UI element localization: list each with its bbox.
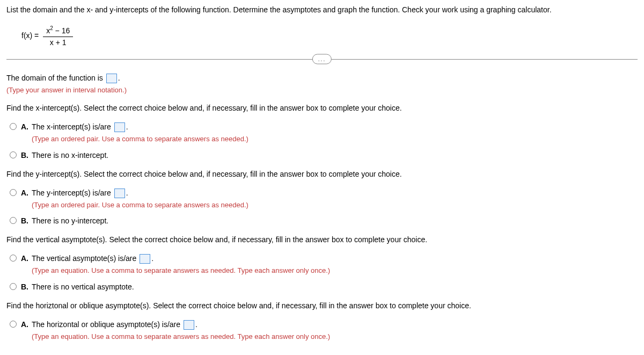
hasym-a-input[interactable]	[184, 320, 194, 330]
xint-label-a: A.	[21, 121, 28, 133]
equation-numerator: x2 − 16	[43, 24, 73, 37]
domain-input[interactable]	[106, 74, 117, 83]
hasym-a-hint: (Type an equation. Use a comma to separa…	[32, 331, 638, 342]
xint-choice-a: A. The x-intercept(s) is/are . (Type an …	[10, 121, 638, 144]
yint-label-b: B.	[21, 215, 28, 227]
yint-radio-a[interactable]	[10, 189, 17, 196]
vasym-label-a: A.	[21, 253, 28, 264]
vasym-choices: A. The vertical asymptote(s) is/are . (T…	[10, 253, 638, 293]
equation: f(x) = x2 − 16 x + 1	[21, 24, 638, 48]
yint-b-text: There is no y-intercept.	[32, 215, 638, 227]
hasym-choices: A. The horizontal or oblique asymptote(s…	[10, 319, 638, 342]
equation-denominator: x + 1	[43, 37, 73, 48]
vasym-choice-a: A. The vertical asymptote(s) is/are . (T…	[10, 253, 638, 276]
vasym-choice-b: B. There is no vertical asymptote.	[10, 281, 638, 293]
hasym-radio-a[interactable]	[10, 321, 17, 328]
equation-lhs: f(x) =	[21, 31, 39, 40]
yint-label-a: A.	[21, 187, 28, 199]
hasym-a-text-a: The horizontal or oblique asymptote(s) i…	[32, 320, 182, 329]
vasym-b-text: There is no vertical asymptote.	[32, 281, 638, 293]
vasym-a-input[interactable]	[140, 254, 150, 264]
vasym-prompt: Find the vertical asymptote(s). Select t…	[6, 234, 638, 245]
question-text: List the domain and the x- and y-interce…	[6, 4, 638, 16]
vasym-label-b: B.	[21, 281, 28, 293]
expand-pill[interactable]: ...	[312, 54, 332, 64]
xint-choice-b: B. There is no x-intercept.	[10, 150, 638, 161]
hasym-prompt: Find the horiztonal or oblique asymptote…	[6, 300, 638, 311]
vasym-a-hint: (Type an equation. Use a comma to separa…	[32, 265, 638, 276]
xint-b-text: There is no x-intercept.	[32, 150, 638, 161]
hasym-a-text-b: .	[195, 320, 197, 329]
xint-radio-b[interactable]	[10, 151, 17, 158]
yint-radio-b[interactable]	[10, 217, 17, 224]
domain-section: The domain of the function is . (Type yo…	[6, 73, 638, 96]
equation-fraction: x2 − 16 x + 1	[43, 24, 73, 48]
domain-hint: (Type your answer in interval notation.)	[6, 85, 638, 96]
yint-a-hint: (Type an ordered pair. Use a comma to se…	[32, 200, 638, 211]
xint-radio-a[interactable]	[10, 123, 17, 130]
yint-a-input[interactable]	[114, 189, 125, 198]
yint-a-text-a: The y-intercept(s) is/are	[32, 189, 113, 197]
vasym-a-text-a: The vertical asymptote(s) is/are	[32, 254, 138, 263]
num-const: − 16	[53, 26, 70, 35]
xint-a-hint: (Type an ordered pair. Use a comma to se…	[32, 134, 638, 144]
yint-a-text-b: .	[126, 189, 128, 197]
xint-choices: A. The x-intercept(s) is/are . (Type an …	[10, 121, 638, 161]
yint-choice-a: A. The y-intercept(s) is/are . (Type an …	[10, 187, 638, 211]
hasym-choice-a: A. The horizontal or oblique asymptote(s…	[10, 319, 638, 342]
xint-a-text-b: .	[126, 122, 128, 131]
vasym-radio-a[interactable]	[10, 255, 17, 262]
xint-label-b: B.	[21, 150, 28, 161]
domain-prompt-a: The domain of the function is	[6, 74, 105, 82]
yint-choice-b: B. There is no y-intercept.	[10, 215, 638, 227]
vasym-radio-b[interactable]	[10, 283, 17, 290]
yint-prompt: Find the y-intercept(s). Select the corr…	[6, 169, 638, 180]
xint-prompt: Find the x-intercept(s). Select the corr…	[6, 103, 638, 114]
xint-a-text-a: The x-intercept(s) is/are	[32, 122, 113, 131]
hasym-label-a: A.	[21, 319, 28, 330]
xint-a-input[interactable]	[114, 122, 125, 132]
vasym-a-text-b: .	[151, 254, 153, 263]
domain-prompt-b: .	[118, 74, 120, 82]
yint-choices: A. The y-intercept(s) is/are . (Type an …	[10, 187, 638, 227]
